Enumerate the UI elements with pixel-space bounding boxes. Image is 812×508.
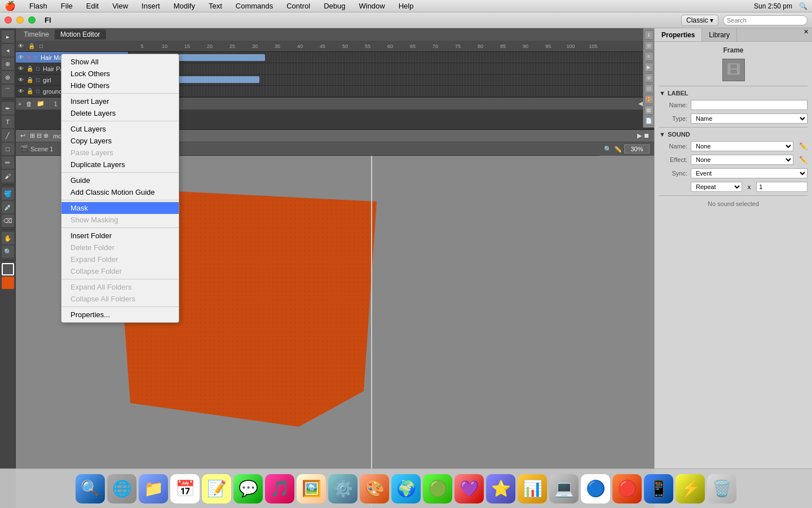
menu-help[interactable]: Help bbox=[396, 2, 416, 10]
layer-frames-hair-path[interactable] bbox=[129, 63, 654, 74]
ctx-duplicate-layers[interactable]: Duplicate Layers bbox=[61, 159, 179, 170]
iconbar-align[interactable]: ⊟ bbox=[645, 84, 654, 93]
layer-frames-ground[interactable] bbox=[129, 86, 654, 97]
dock-mail[interactable]: 📁 bbox=[139, 474, 168, 503]
tc-scroll-left[interactable]: ◀ bbox=[638, 100, 643, 107]
menu-view[interactable]: View bbox=[110, 2, 130, 10]
ctx-collapse-folder[interactable]: Collapse Folder bbox=[61, 265, 179, 277]
dock-browser[interactable]: 🌐 bbox=[107, 474, 136, 503]
dock-app8[interactable]: 🟢 bbox=[423, 474, 452, 503]
dock-app16[interactable]: ⚡ bbox=[676, 474, 705, 503]
layer-rect-hair-path[interactable]: □ bbox=[36, 65, 39, 72]
layer-lock-girl[interactable]: 🔒 bbox=[27, 77, 33, 83]
maximize-button[interactable] bbox=[28, 16, 36, 24]
tool-paint-bucket[interactable]: 🪣 bbox=[2, 187, 14, 200]
sound-repeat-select[interactable]: Repeat bbox=[691, 182, 742, 192]
menu-text[interactable]: Text bbox=[206, 2, 224, 10]
ctx-show-all[interactable]: Show All bbox=[61, 56, 179, 68]
dock-app6[interactable]: 🎨 bbox=[360, 474, 389, 503]
tool-brush[interactable]: 🖌 bbox=[2, 170, 14, 182]
tab-properties[interactable]: Properties bbox=[655, 28, 702, 41]
iconbar-motion[interactable]: ▶ bbox=[645, 63, 654, 72]
menu-modify[interactable]: Modify bbox=[171, 2, 197, 10]
apple-menu[interactable]: 🍎 bbox=[5, 1, 16, 11]
dock-app10[interactable]: ⭐ bbox=[486, 474, 515, 503]
ctx-paste-layers[interactable]: Paste Layers bbox=[61, 147, 179, 159]
sound-sync-select[interactable]: Event bbox=[691, 168, 807, 178]
ctx-copy-layers[interactable]: Copy Layers bbox=[61, 135, 179, 147]
menu-control[interactable]: Control bbox=[284, 2, 312, 10]
dock-app5[interactable]: ⚙️ bbox=[328, 474, 358, 503]
tab-library[interactable]: Library bbox=[702, 28, 737, 41]
ctx-collapse-all-folders[interactable]: Collapse All Folders bbox=[61, 293, 179, 305]
menu-debug[interactable]: Debug bbox=[321, 2, 347, 10]
ctx-insert-layer[interactable]: Insert Layer bbox=[61, 95, 179, 107]
ctx-delete-folder[interactable]: Delete Folder bbox=[61, 242, 179, 253]
iconbar-info[interactable]: ℹ bbox=[645, 30, 654, 40]
dock-app11[interactable]: 📊 bbox=[518, 474, 547, 503]
dock-notes[interactable]: 📝 bbox=[202, 474, 231, 503]
tool-pen[interactable]: ✒ bbox=[2, 102, 14, 115]
tool-hand[interactable]: ✋ bbox=[2, 232, 14, 244]
menu-window[interactable]: Window bbox=[356, 2, 387, 10]
ctx-delete-layers[interactable]: Delete Layers bbox=[61, 107, 179, 119]
tab-timeline[interactable]: Timeline bbox=[18, 29, 55, 40]
layer-rect-hair-mask[interactable]: □ bbox=[34, 54, 37, 60]
zoom-input[interactable] bbox=[624, 144, 650, 154]
tool-pencil[interactable]: ✏ bbox=[2, 156, 14, 169]
sound-section-header[interactable]: ▼ SOUND bbox=[659, 131, 807, 138]
tool-rect[interactable]: □ bbox=[2, 143, 14, 155]
dock-app12[interactable]: 💻 bbox=[549, 474, 579, 503]
layer-rect-ground[interactable]: □ bbox=[36, 88, 39, 94]
layer-frames-hair-mask[interactable] bbox=[129, 52, 654, 63]
tool-stroke-color[interactable] bbox=[2, 263, 14, 275]
tool-text[interactable]: T bbox=[2, 116, 14, 128]
tool-3d[interactable]: ⊗ bbox=[2, 71, 14, 84]
dock-app14[interactable]: 🔴 bbox=[612, 474, 642, 503]
ctx-hide-others[interactable]: Hide Others bbox=[61, 80, 179, 91]
ctx-mask[interactable]: Mask bbox=[61, 202, 179, 214]
label-section-header[interactable]: ▼ LABEL bbox=[659, 90, 807, 97]
search-icon[interactable]: 🔍 bbox=[799, 2, 807, 10]
tc-add-layer[interactable]: + bbox=[18, 100, 21, 107]
rpanel-close[interactable]: ✕ bbox=[800, 28, 812, 41]
sound-effect-select[interactable]: None bbox=[691, 155, 793, 165]
tool-eraser[interactable]: ⌫ bbox=[2, 214, 14, 227]
iconbar-grid[interactable]: ⊞ bbox=[645, 41, 654, 50]
ctx-show-masking[interactable]: Show Masking bbox=[61, 214, 179, 226]
ctx-cut-layers[interactable]: Cut Layers bbox=[61, 123, 179, 135]
classic-dropdown[interactable]: Classic ▾ bbox=[681, 15, 718, 26]
ctx-insert-folder[interactable]: Insert Folder bbox=[61, 230, 179, 242]
layer-lock-hair-path[interactable]: 🔒 bbox=[27, 65, 33, 72]
tool-lasso[interactable]: ⌒ bbox=[2, 85, 14, 97]
iconbar-swatches[interactable]: ▦ bbox=[645, 106, 654, 115]
ctx-expand-all-folders[interactable]: Expand All Folders bbox=[61, 281, 179, 293]
tc-new-layer-folder[interactable]: 📁 bbox=[37, 100, 45, 107]
layer-eye-girl[interactable]: 👁 bbox=[18, 77, 24, 83]
layer-eye-hair-mask[interactable]: 👁 bbox=[18, 54, 24, 60]
tool-fill-color[interactable] bbox=[2, 277, 14, 289]
iconbar-layers[interactable]: ≡ bbox=[645, 52, 654, 61]
search-input[interactable] bbox=[723, 15, 807, 25]
ctx-guide[interactable]: Guide bbox=[61, 174, 179, 186]
menu-commands[interactable]: Commands bbox=[233, 2, 275, 10]
dock-finder[interactable]: 🔍 bbox=[76, 474, 105, 503]
dock-photos[interactable]: 🖼️ bbox=[297, 474, 326, 503]
layer-eye-ground[interactable]: 👁 bbox=[18, 88, 24, 94]
type-select[interactable]: Name bbox=[691, 113, 807, 124]
iconbar-transform[interactable]: ⊕ bbox=[645, 73, 654, 82]
layer-rect-girl[interactable]: □ bbox=[36, 77, 39, 83]
dock-trash[interactable]: 🗑️ bbox=[707, 474, 736, 503]
menu-insert[interactable]: Insert bbox=[139, 2, 162, 10]
ctx-add-motion-guide[interactable]: Add Classic Motion Guide bbox=[61, 186, 179, 198]
dock-chrome[interactable]: 🔵 bbox=[581, 474, 610, 503]
dock-app7[interactable]: 🌍 bbox=[391, 474, 421, 503]
menu-flash[interactable]: Flash bbox=[27, 2, 50, 10]
sound-name-select[interactable]: None bbox=[691, 141, 793, 151]
name-input[interactable] bbox=[691, 100, 807, 110]
dock-music[interactable]: 🎵 bbox=[265, 474, 294, 503]
menu-edit[interactable]: Edit bbox=[84, 2, 101, 10]
tool-subselect[interactable]: ◂ bbox=[2, 44, 14, 56]
iconbar-color[interactable]: 🎨 bbox=[645, 95, 654, 104]
ctx-properties[interactable]: Properties... bbox=[61, 309, 179, 321]
